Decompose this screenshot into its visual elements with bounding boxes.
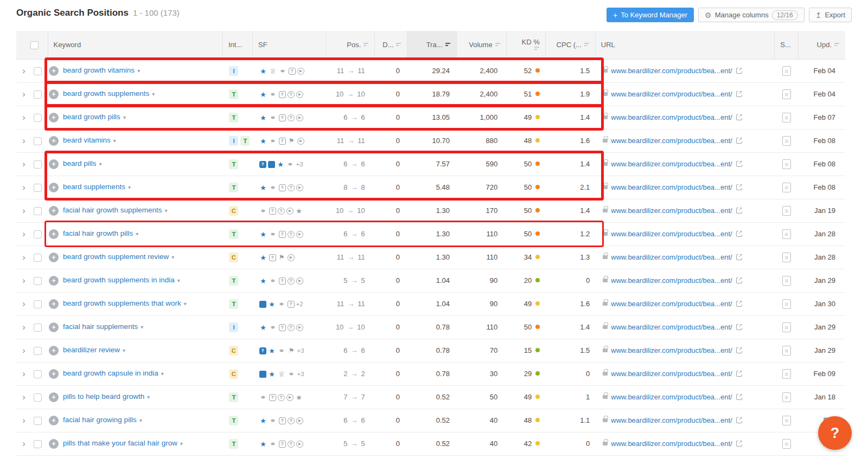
keyword-dropdown-caret[interactable]: ▾ xyxy=(99,161,102,167)
column-header-pos[interactable]: Pos. xyxy=(326,31,375,59)
sort-icon-updated[interactable] xyxy=(834,42,840,48)
column-header-updated[interactable]: Upd. xyxy=(799,31,845,59)
keyword-link[interactable]: beard growth supplement review xyxy=(63,253,169,261)
sort-icon-cpc[interactable] xyxy=(584,42,590,48)
add-to-list-button[interactable]: + xyxy=(49,66,59,76)
keyword-dropdown-caret[interactable]: ▾ xyxy=(136,231,138,237)
row-checkbox[interactable] xyxy=(34,370,42,378)
keyword-link[interactable]: pills that make your facial hair grow xyxy=(63,439,177,447)
sort-icon-volume[interactable] xyxy=(495,42,501,48)
serp-snapshot-icon[interactable] xyxy=(782,439,791,449)
add-to-list-button[interactable]: + xyxy=(49,113,59,122)
row-expander-chevron[interactable]: › xyxy=(22,322,25,332)
external-link-icon[interactable] xyxy=(736,91,742,97)
serp-snapshot-icon[interactable] xyxy=(782,416,791,425)
url-link[interactable]: www.beardilizer.com/product/bea...ent/ xyxy=(611,300,732,308)
url-link[interactable]: www.beardilizer.com/product/bea...ent/ xyxy=(611,67,732,75)
keyword-dropdown-caret[interactable]: ▾ xyxy=(147,394,150,400)
keyword-dropdown-caret[interactable]: ▾ xyxy=(113,138,116,144)
row-checkbox[interactable] xyxy=(34,207,42,215)
row-expander-chevron[interactable]: › xyxy=(22,183,25,192)
keyword-dropdown-caret[interactable]: ▾ xyxy=(123,347,125,353)
external-link-icon[interactable] xyxy=(736,114,742,120)
url-link[interactable]: www.beardilizer.com/product/bea...ent/ xyxy=(611,323,732,331)
row-expander-chevron[interactable]: › xyxy=(22,346,25,356)
to-keyword-manager-button[interactable]: + To Keyword Manager xyxy=(607,8,694,22)
external-link-icon[interactable] xyxy=(736,277,742,283)
row-expander-chevron[interactable]: › xyxy=(22,206,25,216)
serp-snapshot-icon[interactable] xyxy=(782,113,791,122)
serp-snapshot-icon[interactable] xyxy=(782,206,791,216)
row-checkbox[interactable] xyxy=(34,137,42,145)
external-link-icon[interactable] xyxy=(736,231,742,237)
external-link-icon[interactable] xyxy=(736,254,742,260)
serp-snapshot-icon[interactable] xyxy=(782,159,791,169)
external-link-icon[interactable] xyxy=(736,138,742,144)
url-link[interactable]: www.beardilizer.com/product/bea...ent/ xyxy=(611,440,732,448)
add-to-list-button[interactable]: + xyxy=(49,276,59,286)
add-to-list-button[interactable]: + xyxy=(49,253,59,262)
url-link[interactable]: www.beardilizer.com/product/bea...ent/ xyxy=(611,346,732,354)
row-checkbox[interactable] xyxy=(34,300,42,308)
serp-snapshot-icon[interactable] xyxy=(782,136,791,146)
sort-icon-traffic[interactable] xyxy=(445,42,451,48)
keyword-link[interactable]: beard vitamins xyxy=(63,136,111,144)
add-to-list-button[interactable]: + xyxy=(49,299,59,309)
add-to-list-button[interactable]: + xyxy=(49,322,59,332)
serp-snapshot-icon[interactable] xyxy=(782,322,791,332)
url-link[interactable]: www.beardilizer.com/product/bea...ent/ xyxy=(611,90,732,98)
row-expander-chevron[interactable]: › xyxy=(22,416,25,425)
external-link-icon[interactable] xyxy=(736,208,742,214)
url-link[interactable]: www.beardilizer.com/product/bea...ent/ xyxy=(611,160,732,168)
keyword-dropdown-caret[interactable]: ▾ xyxy=(177,277,180,283)
serp-snapshot-icon[interactable] xyxy=(782,369,791,379)
url-link[interactable]: www.beardilizer.com/product/bea...ent/ xyxy=(611,230,732,238)
keyword-dropdown-caret[interactable]: ▾ xyxy=(123,114,126,120)
url-link[interactable]: www.beardilizer.com/product/bea...ent/ xyxy=(611,113,732,121)
external-link-icon[interactable] xyxy=(736,324,742,330)
add-to-list-button[interactable]: + xyxy=(49,229,59,239)
row-checkbox[interactable] xyxy=(34,91,42,99)
column-header-traffic[interactable]: Tra... xyxy=(407,31,456,59)
column-header-kd[interactable]: KD % xyxy=(506,31,545,59)
keyword-link[interactable]: facial hair growth pills xyxy=(63,229,133,237)
keyword-link[interactable]: beard growth supplements xyxy=(63,89,149,98)
keyword-link[interactable]: beard growth supplements in india xyxy=(63,276,175,284)
external-link-icon[interactable] xyxy=(736,184,742,190)
external-link-icon[interactable] xyxy=(736,417,742,423)
row-checkbox[interactable] xyxy=(34,277,42,285)
keyword-dropdown-caret[interactable]: ▾ xyxy=(141,324,143,330)
sort-icon-kd[interactable] xyxy=(534,46,540,51)
keyword-dropdown-caret[interactable]: ▾ xyxy=(137,68,140,74)
serp-snapshot-icon[interactable] xyxy=(782,253,791,262)
row-expander-chevron[interactable]: › xyxy=(22,229,25,239)
add-to-list-button[interactable]: + xyxy=(49,346,59,356)
external-link-icon[interactable] xyxy=(736,441,742,447)
row-checkbox[interactable] xyxy=(34,254,42,262)
row-checkbox[interactable] xyxy=(34,67,42,75)
row-checkbox[interactable] xyxy=(34,393,42,402)
add-to-list-button[interactable]: + xyxy=(49,89,59,99)
row-expander-chevron[interactable]: › xyxy=(22,299,25,309)
row-expander-chevron[interactable]: › xyxy=(22,159,25,169)
row-checkbox[interactable] xyxy=(34,417,42,425)
serp-snapshot-icon[interactable] xyxy=(782,346,791,356)
keyword-link[interactable]: beard growth vitamins xyxy=(63,66,135,74)
add-to-list-button[interactable]: + xyxy=(49,159,59,169)
row-checkbox[interactable] xyxy=(34,114,42,122)
row-checkbox[interactable] xyxy=(34,184,42,192)
url-link[interactable]: www.beardilizer.com/product/bea...ent/ xyxy=(611,276,732,285)
column-header-volume[interactable]: Volume xyxy=(456,31,506,59)
keyword-dropdown-caret[interactable]: ▾ xyxy=(164,208,167,214)
row-checkbox[interactable] xyxy=(34,230,42,238)
external-link-icon[interactable] xyxy=(736,301,742,307)
serp-snapshot-icon[interactable] xyxy=(782,276,791,286)
sort-icon-pos[interactable] xyxy=(363,42,369,48)
serp-snapshot-icon[interactable] xyxy=(782,392,791,402)
row-checkbox[interactable] xyxy=(34,347,42,355)
keyword-dropdown-caret[interactable]: ▾ xyxy=(180,441,183,447)
row-expander-chevron[interactable]: › xyxy=(22,66,25,76)
sort-icon-diff[interactable] xyxy=(396,42,401,48)
keyword-dropdown-caret[interactable]: ▾ xyxy=(184,301,187,307)
row-checkbox[interactable] xyxy=(34,160,42,169)
